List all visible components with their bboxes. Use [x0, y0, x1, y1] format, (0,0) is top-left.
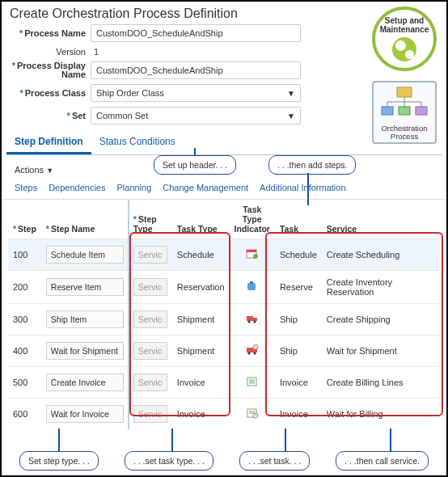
cell-step: 600 [8, 399, 41, 430]
th-step-type: *Step Type [129, 200, 172, 239]
cell-task: Invoice [275, 399, 322, 430]
wait-ship-icon [246, 344, 259, 356]
cell-step-type [129, 271, 172, 304]
svg-rect-1 [247, 250, 256, 252]
cell-task: Reserve [275, 271, 322, 304]
subtab-change-mgmt[interactable]: Change Management [163, 183, 248, 192]
gears-icon [392, 37, 416, 61]
step-name-input[interactable] [46, 246, 124, 264]
cell-indicator [230, 271, 275, 304]
cell-service: Create Billing Lines [322, 367, 440, 399]
cell-task-type: Invoice [172, 399, 230, 430]
cell-step: 300 [8, 304, 41, 336]
step-name-input[interactable] [46, 310, 124, 328]
required-star: * [19, 28, 23, 38]
callout-add-steps: . . .then add steps. [268, 155, 356, 175]
svg-rect-4 [250, 281, 253, 284]
cell-task: Ship [275, 336, 322, 367]
cell-step-name [41, 367, 129, 399]
ship-icon [246, 313, 259, 324]
svg-point-7 [247, 321, 250, 323]
schedule-icon [246, 248, 259, 260]
cell-step-type [129, 367, 172, 399]
table-row[interactable]: 400ShipmentShipWait for Shipment [8, 336, 440, 367]
process-name-input[interactable] [91, 24, 301, 42]
label-display-name: *Process Display Name [10, 61, 91, 79]
step-type-input[interactable] [133, 246, 167, 264]
cell-task-type: Reservation [172, 271, 230, 304]
svg-rect-32 [382, 107, 393, 115]
orch-label: OrchestrationProcess [374, 125, 435, 141]
cell-step: 500 [8, 367, 41, 399]
cell-task-type: Shipment [172, 336, 230, 367]
table-row[interactable]: 200ReservationReserveCreate Inventory Re… [8, 271, 440, 304]
subtab-steps[interactable]: Steps [15, 183, 37, 192]
wait-invoice-icon [246, 407, 259, 419]
label-process-name: *Process Name [10, 28, 91, 38]
cell-indicator [230, 239, 275, 271]
svg-rect-9 [247, 348, 253, 352]
step-type-input[interactable] [133, 310, 167, 328]
step-name-input[interactable] [46, 374, 124, 391]
cell-step: 400 [8, 336, 41, 367]
table-row[interactable]: 300ShipmentShipCreate Shipping [8, 304, 440, 336]
cell-indicator [230, 367, 275, 399]
svg-rect-33 [399, 107, 410, 115]
invoice-icon [246, 376, 259, 387]
cell-task-type: Invoice [172, 367, 230, 399]
table-row[interactable]: 600InvoiceInvoiceWait for Billing [8, 399, 440, 430]
cell-task: Invoice [275, 367, 322, 399]
cell-task-type: Schedule [172, 239, 230, 271]
caret-down-icon: ▼ [287, 89, 295, 98]
callout-step-type: Set step type. . . [19, 451, 99, 471]
svg-point-8 [253, 321, 256, 323]
callout-service: . . .then call service. [336, 451, 429, 471]
cell-indicator [230, 336, 275, 367]
orchestration-process-widget[interactable]: OrchestrationProcess [372, 81, 437, 144]
subtab-dependencies[interactable]: Dependencies [49, 183, 105, 192]
step-name-input[interactable] [46, 342, 124, 360]
subtab-planning[interactable]: Planning [116, 183, 151, 192]
svg-rect-5 [247, 316, 253, 321]
cell-service: Create Inventory Reservation [322, 271, 440, 304]
svg-point-2 [253, 254, 258, 259]
cell-step-name [41, 336, 129, 367]
th-step-name: *Step Name [41, 200, 129, 239]
svg-point-12 [253, 352, 256, 355]
process-class-select[interactable]: Ship Order Class ▼ [91, 84, 301, 102]
svg-point-11 [247, 352, 250, 355]
step-name-input[interactable] [46, 405, 124, 423]
table-row[interactable]: 500InvoiceInvoiceCreate Billing Lines [8, 367, 440, 399]
setup-maintenance-widget[interactable]: Setup andMaintenance [372, 6, 437, 71]
cell-indicator [230, 304, 275, 336]
step-type-input[interactable] [133, 342, 167, 360]
step-name-input[interactable] [46, 278, 124, 296]
step-type-input[interactable] [133, 278, 167, 296]
callout-header: Set up header. . . [154, 155, 236, 175]
svg-rect-6 [253, 318, 257, 321]
process-class-value: Ship Order Class [96, 88, 164, 98]
label-set: *Set [10, 111, 91, 120]
cell-step-name [41, 304, 129, 336]
tab-status-conditions[interactable]: Status Conditions [91, 131, 184, 154]
version-value: 1 [91, 47, 99, 57]
cell-step-name [41, 239, 129, 271]
tab-step-definition[interactable]: Step Definition [6, 131, 91, 154]
callout-leader [58, 428, 60, 451]
set-select[interactable]: Common Set ▼ [91, 107, 301, 125]
steps-table: *Step *Step Name *Step Type Task Type Ta… [8, 200, 440, 429]
label-version: Version [10, 47, 91, 57]
cell-step-type [129, 336, 172, 367]
cell-indicator [230, 399, 275, 430]
step-type-input[interactable] [133, 374, 167, 391]
callout-leader [194, 148, 196, 155]
table-row[interactable]: 100ScheduleScheduleCreate Scheduling [8, 239, 440, 271]
set-value: Common Set [96, 111, 148, 120]
subtab-additional-info[interactable]: Additional Information [260, 183, 345, 192]
step-type-input[interactable] [133, 405, 167, 423]
caret-down-icon: ▼ [287, 112, 295, 120]
callout-task: . . .set task. . . [239, 451, 310, 471]
display-name-input[interactable] [91, 61, 301, 79]
cell-task-type: Shipment [172, 304, 230, 336]
cell-step-type [129, 239, 172, 271]
